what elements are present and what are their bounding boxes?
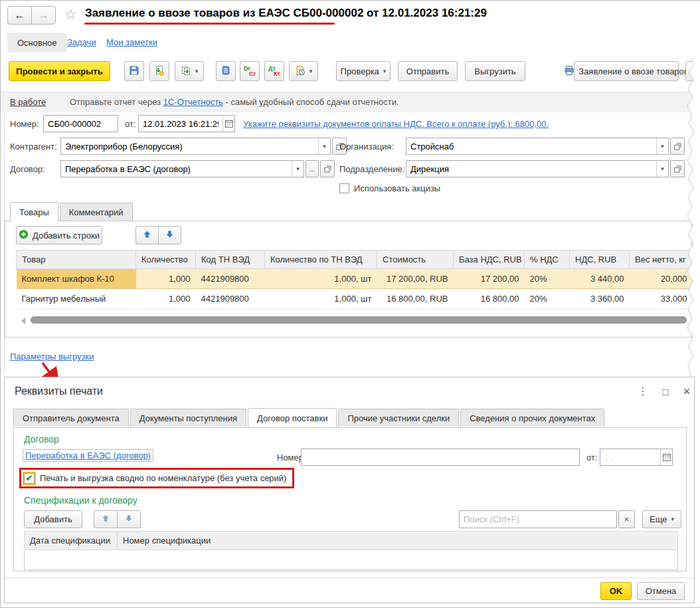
export-button[interactable]: Выгрузить <box>465 61 525 81</box>
drcr-postings-button[interactable]: DrCr <box>240 61 260 81</box>
spec-empty-row[interactable] <box>25 550 678 570</box>
move-row-up-button[interactable] <box>135 226 159 245</box>
check-button[interactable]: Проверка▾ <box>336 61 391 81</box>
contract-input[interactable] <box>61 161 292 177</box>
col-spec-date[interactable]: Дата спецификации <box>25 532 118 550</box>
dialog-tab-other-docs[interactable]: Сведения о прочих документах <box>460 409 604 427</box>
col-cost[interactable]: Стоимость <box>377 251 454 269</box>
col-qty[interactable]: Количество <box>136 251 196 269</box>
contract-open-button[interactable] <box>320 160 335 177</box>
post-and-close-button[interactable]: Провести и закрыть <box>9 61 110 81</box>
dialog-calendar-icon[interactable] <box>660 449 672 465</box>
use-excise-checkbox[interactable] <box>339 183 349 193</box>
add-rows-button[interactable]: Добавить строки <box>16 226 102 245</box>
department-dropdown-icon[interactable]: ▾ <box>656 161 668 177</box>
dtkt-postings-button[interactable]: ДтКт <box>264 61 284 81</box>
spec-move-up-button[interactable] <box>94 510 118 528</box>
spec-move-down-button[interactable] <box>117 510 141 528</box>
spec-add-button[interactable]: Добавить <box>24 510 82 528</box>
tab-comment[interactable]: Комментарий <box>60 203 133 221</box>
page-title: Заявление о ввозе товаров из ЕАЭС СБ00-0… <box>85 7 487 20</box>
col-vat-base[interactable]: База НДС, RUB <box>454 251 525 269</box>
col-vat[interactable]: НДС, RUB <box>570 251 630 269</box>
tab-goods[interactable]: Товары <box>10 202 58 221</box>
col-product[interactable]: Товар <box>17 251 136 269</box>
col-spec-number[interactable]: Номер спецификации <box>118 532 678 550</box>
summary-print-checkbox[interactable]: ✔ <box>24 473 35 484</box>
use-excise-label: Использовать акцизы <box>354 183 440 193</box>
dialog-contract-link[interactable]: Переработка в ЕАЭС (договор) <box>23 450 153 461</box>
col-qty-tnved[interactable]: Количество по ТН ВЭД <box>265 251 377 269</box>
print-report-button[interactable]: Заявление о ввозе товаров <box>574 61 679 81</box>
status-message: Отправьте отчет через 1С-Отчетность - са… <box>70 97 399 107</box>
organization-dropdown-icon[interactable]: ▾ <box>656 138 668 154</box>
horizontal-scrollbar-thumb[interactable] <box>31 316 687 324</box>
move-row-down-button[interactable] <box>158 226 181 245</box>
number-input[interactable] <box>44 116 118 132</box>
dialog-number-input[interactable] <box>302 449 579 465</box>
reporting-service-link[interactable]: 1С-Отчетность <box>163 97 223 107</box>
contractor-combo: ▾ <box>60 138 331 155</box>
organization-input[interactable] <box>406 138 656 154</box>
scroll-left-icon[interactable] <box>21 318 25 324</box>
goods-tabstrip: Товары Комментарий <box>10 202 134 221</box>
contractor-input[interactable] <box>61 138 318 154</box>
back-button[interactable]: ← <box>7 6 32 25</box>
spec-search-input[interactable] <box>460 511 616 528</box>
col-vat-pct[interactable]: % НДС <box>525 251 570 269</box>
calendar-icon[interactable] <box>222 116 234 132</box>
dialog-close-icon[interactable]: × <box>679 384 694 399</box>
spec-search-clear-icon[interactable]: × <box>618 510 635 528</box>
nav-tab-main[interactable]: Основное <box>7 33 67 52</box>
dialog-tab-sender[interactable]: Отправитель документа <box>13 409 129 427</box>
dialog-date-placeholder[interactable]: . . <box>600 449 660 465</box>
dialog-footer-divider <box>5 577 695 578</box>
create-based-on-button[interactable]: ▾ <box>175 61 204 81</box>
document-structure-button[interactable] <box>216 61 236 81</box>
dialog-number-field <box>301 449 580 466</box>
spec-more-button[interactable]: Еще▾ <box>642 510 681 528</box>
vat-payment-link[interactable]: Укажите реквизиты документов оплаты НДС.… <box>243 119 549 129</box>
arrow-down-icon <box>125 514 133 524</box>
status-state-link[interactable]: В работе <box>10 97 46 107</box>
arrow-down-icon <box>165 230 174 241</box>
spec-table: Дата спецификации Номер спецификации <box>24 531 678 570</box>
col-tnved[interactable]: Код ТН ВЭД <box>196 251 265 269</box>
cancel-button[interactable]: Отмена <box>637 582 685 600</box>
dialog-date-label: от: <box>586 453 598 462</box>
favorite-star-icon[interactable]: ☆ <box>64 7 77 23</box>
contract-choose-button[interactable]: ... <box>306 160 319 177</box>
dialog-tab-other-parties[interactable]: Прочие участники сделки <box>338 409 459 427</box>
date-input[interactable] <box>139 116 222 132</box>
spec-search-field <box>459 510 617 528</box>
nav-tab-tasks[interactable]: Задачи <box>67 37 96 47</box>
document-log-button[interactable]: ▾ <box>289 61 318 81</box>
forward-button[interactable]: → <box>31 6 56 25</box>
organization-open-button[interactable] <box>670 138 685 155</box>
goods-row-2[interactable]: Гарнитур мебельный 1,000 4421909800 1,00… <box>17 289 693 309</box>
contractor-dropdown-icon[interactable]: ▾ <box>318 138 330 154</box>
nav-tab-notes[interactable]: Мои заметки <box>106 37 157 47</box>
add-plus-icon <box>19 229 29 241</box>
date-field-wrap <box>138 115 235 132</box>
dialog-menu-icon[interactable]: ⋮ <box>636 384 650 399</box>
ok-button[interactable]: OK <box>600 582 632 600</box>
number-label: Номер: <box>10 119 39 129</box>
dialog-maximize-icon[interactable]: □ <box>658 384 673 399</box>
department-input[interactable] <box>406 161 656 177</box>
dialog-title: Реквизиты печати <box>15 385 103 397</box>
goods-header-row: Товар Количество Код ТН ВЭД Количество п… <box>17 251 693 269</box>
post-document-button[interactable] <box>149 61 169 81</box>
summary-print-label: Печать и выгрузка сводно по номенклатуре… <box>40 473 286 483</box>
summary-print-checkbox-row[interactable]: ✔ Печать и выгрузка сводно по номенклату… <box>19 468 294 488</box>
history-nav: ← → <box>7 6 56 25</box>
department-open-button[interactable] <box>670 160 685 177</box>
contract-dropdown-icon[interactable]: ▾ <box>292 161 304 177</box>
dialog-tab-supply-contract[interactable]: Договор поставки <box>248 408 337 427</box>
organization-combo: ▾ <box>406 138 669 155</box>
goods-row-1[interactable]: Комплект шкафов К-10 1,000 4421909800 1,… <box>17 269 693 289</box>
use-excise-checkbox-row[interactable]: Использовать акцизы <box>339 183 440 193</box>
dialog-tab-receipt-docs[interactable]: Документы поступления <box>130 409 246 427</box>
save-button[interactable] <box>124 61 144 81</box>
send-button[interactable]: Отправить <box>398 61 458 81</box>
